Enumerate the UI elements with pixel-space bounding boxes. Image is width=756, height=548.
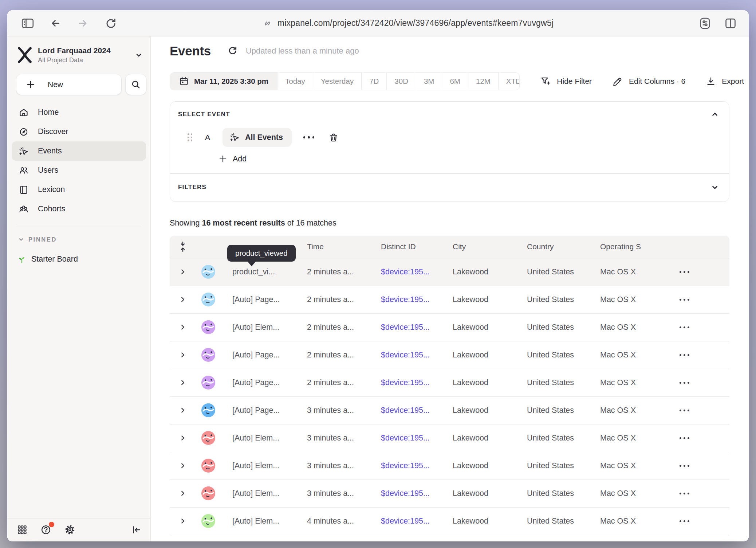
toolbar: Mar 11, 2025 3:30 pm Today Yesterday 7D … bbox=[170, 72, 744, 90]
edit-columns-button[interactable]: Edit Columns · 6 bbox=[612, 76, 685, 87]
table-row[interactable]: [Auto] Page... 2 minutes a... $device:19… bbox=[170, 341, 729, 369]
back-arrow-icon[interactable] bbox=[47, 15, 63, 31]
expand-row-icon[interactable] bbox=[170, 435, 196, 441]
sidebar-item-lexicon[interactable]: Lexicon bbox=[12, 180, 146, 199]
sidebar-item-cohorts[interactable]: Cohorts bbox=[12, 199, 146, 219]
expand-row-icon[interactable] bbox=[170, 518, 196, 524]
export-button[interactable]: Export bbox=[706, 76, 744, 86]
new-button[interactable]: New bbox=[16, 74, 121, 95]
expand-row-icon[interactable] bbox=[170, 463, 196, 469]
row-menu-button[interactable] bbox=[673, 382, 729, 384]
country-cell: United States bbox=[527, 406, 600, 415]
pinned-section-header[interactable]: PINNED bbox=[17, 236, 150, 243]
distinct-id-link[interactable]: $device:195... bbox=[381, 461, 453, 470]
event-more-menu-icon[interactable] bbox=[303, 136, 315, 138]
row-menu-button[interactable] bbox=[673, 410, 729, 411]
sidebar-item-users[interactable]: Users bbox=[12, 161, 146, 180]
url-text[interactable]: mixpanel.com/project/3472420/view/397469… bbox=[277, 18, 554, 28]
expand-row-icon[interactable] bbox=[170, 407, 196, 413]
chevron-down-icon[interactable] bbox=[710, 183, 720, 192]
table-row[interactable]: [Auto] Page... 2 minutes a... $device:19… bbox=[170, 369, 729, 397]
table-row[interactable]: [Auto] Page... 3 minutes a... $device:19… bbox=[170, 397, 729, 424]
sidebar-item-starter-board[interactable]: Starter Board bbox=[17, 254, 150, 264]
table-row[interactable] bbox=[170, 535, 729, 541]
date-picker-segment[interactable]: Mar 11, 2025 3:30 pm bbox=[170, 73, 277, 90]
country-cell: United States bbox=[527, 517, 600, 526]
add-event-button[interactable]: Add bbox=[218, 153, 729, 164]
split-view-icon[interactable] bbox=[722, 15, 739, 31]
reload-icon[interactable] bbox=[103, 15, 119, 31]
table-row[interactable]: [Auto] Elem... 4 minutes a... $device:19… bbox=[170, 508, 729, 535]
expand-row-icon[interactable] bbox=[170, 324, 196, 330]
forward-arrow-icon[interactable] bbox=[75, 15, 91, 31]
gear-icon[interactable] bbox=[64, 524, 76, 536]
sidebar-item-events[interactable]: Events bbox=[12, 141, 146, 161]
refresh-icon[interactable] bbox=[227, 46, 238, 56]
time-cell: 2 minutes a... bbox=[307, 378, 381, 387]
search-button[interactable] bbox=[126, 74, 146, 95]
table-row[interactable]: [Auto] Elem... 2 minutes a... $device:19… bbox=[170, 314, 729, 341]
page-settings-icon[interactable] bbox=[697, 15, 713, 31]
event-name-cell: [Auto] Page... bbox=[226, 406, 307, 415]
expand-row-icon[interactable] bbox=[170, 269, 196, 275]
range-xtd[interactable]: XTD bbox=[499, 73, 520, 90]
table-row[interactable]: [Auto] Elem... 3 minutes a... $device:19… bbox=[170, 424, 729, 452]
column-header-os[interactable]: Operating S bbox=[600, 242, 673, 251]
help-icon[interactable] bbox=[40, 524, 52, 536]
row-menu-button[interactable] bbox=[673, 354, 729, 356]
range-today[interactable]: Today bbox=[277, 73, 313, 90]
drag-handle-icon[interactable] bbox=[188, 133, 193, 141]
column-header-city[interactable]: City bbox=[453, 242, 527, 251]
distinct-id-link[interactable]: $device:195... bbox=[381, 267, 453, 277]
chevron-up-icon[interactable] bbox=[710, 110, 720, 119]
apps-grid-icon[interactable] bbox=[17, 524, 28, 535]
distinct-id-link[interactable]: $device:195... bbox=[381, 489, 453, 498]
distinct-id-link[interactable]: $device:195... bbox=[381, 434, 453, 443]
column-header-time[interactable]: Time bbox=[307, 242, 381, 251]
table-row[interactable]: [Auto] Page... 2 minutes a... $device:19… bbox=[170, 286, 729, 314]
row-menu-button[interactable] bbox=[673, 271, 729, 273]
collapse-sidebar-icon[interactable] bbox=[131, 524, 142, 535]
event-name-cell: [Auto] Page... bbox=[226, 351, 307, 360]
row-menu-button[interactable] bbox=[673, 465, 729, 467]
event-selector-chip[interactable]: All Events bbox=[223, 128, 292, 147]
expand-row-icon[interactable] bbox=[170, 380, 196, 385]
select-event-title: SELECT EVENT bbox=[178, 111, 230, 118]
expand-row-icon[interactable] bbox=[170, 352, 196, 358]
expand-row-icon[interactable] bbox=[170, 490, 196, 496]
range-12m[interactable]: 12M bbox=[468, 73, 499, 90]
distinct-id-link[interactable]: $device:195... bbox=[381, 351, 453, 360]
table-row[interactable]: [Auto] Elem... 3 minutes a... $device:19… bbox=[170, 480, 729, 508]
range-yesterday[interactable]: Yesterday bbox=[313, 73, 362, 90]
sidebar-item-home[interactable]: Home bbox=[12, 103, 146, 122]
row-menu-button[interactable] bbox=[673, 299, 729, 301]
range-3m[interactable]: 3M bbox=[416, 73, 442, 90]
distinct-id-link[interactable]: $device:195... bbox=[381, 323, 453, 332]
table-row[interactable]: [Auto] Elem... 3 minutes a... $device:19… bbox=[170, 452, 729, 480]
project-scope: All Project Data bbox=[38, 56, 134, 64]
sidebar-item-discover[interactable]: Discover bbox=[12, 122, 146, 141]
browser-sidebar-toggle-icon[interactable] bbox=[20, 15, 36, 31]
distinct-id-link[interactable]: $device:195... bbox=[381, 378, 453, 387]
collapse-all-icon[interactable] bbox=[170, 240, 196, 253]
country-cell: United States bbox=[527, 434, 600, 443]
edit-columns-label: Edit Columns · 6 bbox=[629, 77, 685, 86]
country-cell: United States bbox=[527, 295, 600, 304]
row-menu-button[interactable] bbox=[673, 437, 729, 439]
city-cell: Lakewood bbox=[453, 434, 527, 443]
distinct-id-link[interactable]: $device:195... bbox=[381, 517, 453, 526]
range-7d[interactable]: 7D bbox=[362, 73, 387, 90]
row-menu-button[interactable] bbox=[673, 520, 729, 522]
distinct-id-link[interactable]: $device:195... bbox=[381, 406, 453, 415]
distinct-id-link[interactable]: $device:195... bbox=[381, 295, 453, 304]
range-30d[interactable]: 30D bbox=[387, 73, 416, 90]
project-selector[interactable]: Lord Farquaad 2024 All Project Data bbox=[17, 46, 143, 64]
column-header-distinct-id[interactable]: Distinct ID bbox=[381, 242, 453, 251]
row-menu-button[interactable] bbox=[673, 493, 729, 494]
range-6m[interactable]: 6M bbox=[442, 73, 468, 90]
trash-icon[interactable] bbox=[328, 132, 339, 143]
hide-filter-button[interactable]: Hide Filter bbox=[540, 76, 592, 87]
row-menu-button[interactable] bbox=[673, 326, 729, 328]
column-header-country[interactable]: Country bbox=[527, 242, 600, 251]
expand-row-icon[interactable] bbox=[170, 297, 196, 302]
